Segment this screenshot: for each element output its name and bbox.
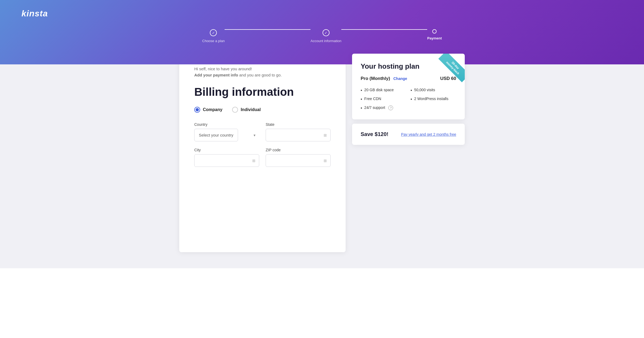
- hosting-plan-card: 30-daymoney-back Your hosting plan Pro (…: [352, 54, 465, 119]
- country-label: Country: [194, 122, 259, 127]
- left-card: Hi seff, nice to have you around! Add yo…: [179, 54, 346, 252]
- feature-wp: • 2 WordPress installs: [411, 97, 456, 102]
- feature-support: • 24/7 support ?: [361, 105, 406, 111]
- radio-company-label: Company: [203, 107, 222, 112]
- radio-company-outer[interactable]: [194, 107, 200, 113]
- header: kinsta ✓ Choose a plan ✓ Account informa…: [0, 0, 644, 64]
- city-input-icon: ⊞: [252, 159, 255, 163]
- right-card: 30-daymoney-back Your hosting plan Pro (…: [352, 54, 465, 252]
- step-3-label: Payment: [427, 36, 442, 40]
- greeting-action: Add your payment info and you are good t…: [194, 73, 331, 77]
- city-label: City: [194, 148, 259, 152]
- billing-type-group: Company Individual: [194, 107, 331, 113]
- feature-cdn-text: Free CDN: [364, 97, 381, 101]
- feature-visits: • 50,000 visits: [411, 88, 456, 93]
- plan-name: Pro (Monthly): [361, 76, 390, 81]
- feature-cdn: • Free CDN: [361, 97, 406, 102]
- stepper: ✓ Choose a plan ✓ Account information Pa…: [21, 29, 623, 43]
- bullet-wp: •: [411, 97, 412, 102]
- zip-input-icon: ⊞: [324, 159, 327, 163]
- feature-wp-text: 2 WordPress installs: [414, 97, 448, 101]
- step-2-icon: ✓: [323, 29, 330, 36]
- bullet-visits: •: [411, 88, 412, 93]
- step-1-icon: ✓: [210, 29, 217, 36]
- feature-visits-text: 50,000 visits: [414, 88, 435, 92]
- step-2: ✓ Account information: [310, 29, 341, 43]
- plan-name-group: Pro (Monthly) Change: [361, 76, 407, 81]
- radio-individual-label: Individual: [241, 107, 261, 112]
- step-3: Payment: [427, 29, 442, 40]
- state-label: State: [266, 122, 331, 127]
- greeting-bold: Add your payment info: [194, 73, 238, 77]
- step-line-1: [225, 29, 310, 30]
- bullet-cdn: •: [361, 97, 362, 102]
- plan-change-link[interactable]: Change: [393, 76, 407, 81]
- city-input-wrapper: ⊞: [194, 154, 259, 167]
- radio-individual-outer[interactable]: [232, 107, 238, 113]
- state-input[interactable]: [266, 129, 331, 141]
- billing-title: Billing information: [194, 86, 331, 98]
- radio-company[interactable]: Company: [194, 107, 222, 113]
- main-content: Hi seff, nice to have you around! Add yo…: [0, 54, 644, 268]
- ribbon-text: 30-daymoney-back: [438, 54, 465, 82]
- feature-support-text: 24/7 support: [364, 105, 385, 110]
- greeting-normal: Hi seff, nice to have you around!: [194, 67, 252, 71]
- save-amount: Save $120!: [361, 131, 388, 137]
- greeting: Hi seff, nice to have you around!: [194, 67, 331, 71]
- ribbon: 30-daymoney-back: [433, 54, 465, 86]
- zip-input-wrapper: ⊞: [266, 154, 331, 167]
- support-help-icon[interactable]: ?: [388, 105, 393, 110]
- form-group-country: Country Select your country: [194, 122, 259, 141]
- form-group-city: City ⊞: [194, 148, 259, 167]
- state-input-wrapper: ⊞: [266, 129, 331, 141]
- state-input-icon: ⊞: [324, 133, 327, 137]
- step-3-icon: [432, 29, 437, 34]
- feature-disk-text: 20 GB disk space: [364, 88, 394, 92]
- bullet-support: •: [361, 105, 362, 111]
- form-row-city-zip: City ⊞ ZIP code ⊞: [194, 148, 331, 167]
- zip-input[interactable]: [266, 154, 331, 167]
- step-1: ✓ Choose a plan: [202, 29, 225, 43]
- feature-disk: • 20 GB disk space: [361, 88, 406, 93]
- form-row-country-state: Country Select your country State ⊞: [194, 122, 331, 141]
- step-1-label: Choose a plan: [202, 39, 225, 43]
- save-card: Save $120! Pay yearly and get 2 months f…: [352, 124, 465, 145]
- radio-company-inner: [196, 108, 199, 111]
- country-select-wrapper: Select your country: [194, 129, 259, 141]
- greeting-suffix: and you are good to go.: [238, 73, 282, 77]
- step-2-label: Account information: [310, 39, 341, 43]
- zip-label: ZIP code: [266, 148, 331, 152]
- step-line-2: [341, 29, 427, 30]
- logo: kinsta: [21, 9, 623, 19]
- plan-features: • 20 GB disk space • 50,000 visits • Fre…: [361, 88, 456, 111]
- form-group-zip: ZIP code ⊞: [266, 148, 331, 167]
- city-input[interactable]: [194, 154, 259, 167]
- save-link[interactable]: Pay yearly and get 2 months free: [401, 132, 456, 137]
- bullet-disk: •: [361, 88, 362, 93]
- country-select[interactable]: Select your country: [194, 129, 238, 141]
- form-group-state: State ⊞: [266, 122, 331, 141]
- radio-individual[interactable]: Individual: [232, 107, 261, 113]
